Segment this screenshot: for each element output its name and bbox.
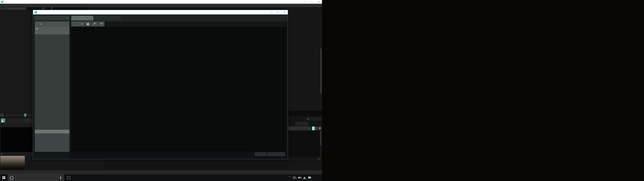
crossfader-a-button[interactable] [0, 113, 4, 117]
crossfader-track[interactable] [4, 113, 33, 117]
tree-screen-row[interactable] [35, 27, 70, 31]
add-slice-button[interactable] [36, 22, 40, 26]
dialog-close-button[interactable]: ✕ [281, 11, 287, 14]
zoom-level-dropdown[interactable] [71, 22, 84, 26]
record-row: ● [285, 117, 322, 122]
microphone-icon[interactable] [60, 176, 62, 180]
advanced-output-dialog: – □ ✕ [33, 10, 288, 159]
start-button[interactable] [0, 174, 8, 181]
add-slice-dropdown-icon[interactable] [40, 24, 42, 25]
taskbar-app-icons [74, 174, 141, 181]
status-bar [0, 170, 322, 174]
preview-monitor-header[interactable] [0, 152, 33, 156]
undo-button[interactable]: ↶ [92, 22, 98, 26]
tab-sources[interactable] [295, 122, 308, 126]
grid-bottom-gap [288, 110, 322, 117]
speaker-icon[interactable] [298, 176, 302, 179]
info-box-header [35, 130, 70, 134]
tray-clock[interactable] [312, 175, 321, 180]
bpm-minus-button[interactable] [24, 118, 30, 123]
output-monitor-view [0, 127, 33, 152]
preset-dropdown[interactable] [35, 16, 69, 20]
tempo-bar [0, 118, 33, 123]
file-list [286, 131, 320, 156]
layer-rail [0, 10, 33, 114]
dialog-footer [70, 151, 288, 159]
save-close-button[interactable] [268, 152, 285, 156]
pan-tool-button[interactable] [85, 22, 91, 26]
tree-display-row[interactable] [35, 31, 70, 34]
list-view-icon[interactable] [319, 126, 321, 130]
info-box-body [35, 134, 70, 152]
record-dot-icon: ● [307, 118, 308, 120]
dialog-subheader [33, 14, 288, 22]
crossfader-handle[interactable] [24, 114, 26, 116]
bpm-plus-button[interactable] [30, 118, 33, 123]
google-drive-icon[interactable] [303, 176, 306, 179]
windows-logo-icon [2, 176, 5, 179]
grid-scrollbar[interactable] [320, 10, 322, 110]
chevron-down-icon [308, 128, 310, 129]
left-monitor: – □ ✕ [0, 0, 322, 181]
chevron-down-icon [81, 24, 83, 24]
file-list-scrollbar[interactable] [320, 131, 321, 156]
collapse-triangle-icon [1, 154, 2, 154]
slice-list [35, 34, 70, 78]
slice-panel-toolbar [35, 22, 70, 26]
crossfader [0, 112, 33, 117]
task-view-icon [67, 176, 70, 179]
output-monitor-label[interactable] [0, 123, 33, 127]
record-button[interactable]: ● [307, 117, 322, 121]
clear-search-button[interactable] [318, 158, 320, 160]
slot-b-button[interactable] [315, 126, 318, 130]
redo-button[interactable]: ↷ [98, 22, 104, 26]
preview-thumbnail [0, 156, 25, 170]
tab-output-transformation[interactable] [94, 16, 120, 20]
network-icon[interactable] [293, 176, 296, 179]
chevron-down-icon [67, 18, 68, 18]
tray-chevron-icon[interactable]: ⌃ [288, 176, 291, 179]
dialog-maximize-button[interactable]: □ [275, 11, 281, 14]
search-filter-bar[interactable] [286, 157, 322, 161]
dual-monitor-desktop: – □ ✕ [0, 0, 644, 181]
action-center-icon[interactable] [308, 176, 311, 179]
slice-panel [35, 22, 70, 152]
screen-checkbox[interactable] [36, 28, 38, 30]
slot-a-button[interactable] [312, 126, 315, 130]
clip-properties-panel [104, 159, 288, 170]
dialog-minimize-button[interactable]: – [268, 11, 274, 14]
dialog-titlebar[interactable]: – □ ✕ [33, 10, 288, 14]
cancel-button[interactable] [255, 152, 266, 156]
projection-output-display [322, 0, 644, 181]
grid-scrollbar-thumb[interactable] [320, 48, 322, 94]
resolume-tempo-logo [1, 118, 5, 122]
task-view-button[interactable] [66, 176, 71, 180]
drive-dropdown[interactable] [285, 126, 310, 130]
cortana-search-box[interactable] [8, 174, 64, 181]
tab-input-selection[interactable] [71, 16, 94, 20]
hand-icon [86, 22, 89, 25]
taskbar: ⌃ [0, 174, 322, 181]
resolume-logo-icon [34, 11, 37, 14]
input-selection-canvas[interactable] [71, 27, 286, 151]
browser-panel: ● [285, 116, 322, 164]
cortana-circle-icon [10, 176, 14, 180]
collapse-triangle-icon[interactable] [36, 32, 38, 33]
